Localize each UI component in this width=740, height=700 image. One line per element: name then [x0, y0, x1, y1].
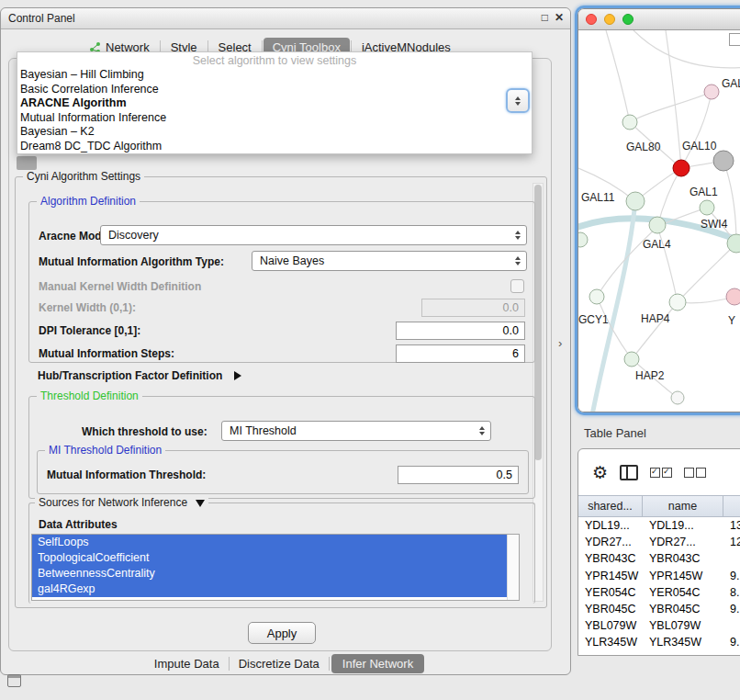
- node-pink[interactable]: [704, 85, 719, 99]
- table-row[interactable]: YBR043C YBR043C: [578, 550, 740, 567]
- node-label: GCY1: [578, 313, 609, 326]
- updown-arrows-icon: [479, 426, 485, 435]
- node-label: GAL11: [581, 191, 615, 204]
- node-gray[interactable]: [713, 151, 734, 171]
- group-title: Threshold Definition: [37, 390, 142, 402]
- close-icon[interactable]: ✕: [555, 11, 564, 24]
- combo-value: Discovery: [108, 229, 159, 242]
- node-label: GAL1: [690, 186, 718, 198]
- combo-focus-button[interactable]: [506, 88, 530, 113]
- table-row[interactable]: YPR145W YPR145W 9.: [578, 568, 740, 584]
- node-hap4[interactable]: [669, 294, 686, 310]
- column-header-partial[interactable]: [723, 496, 740, 516]
- column-header-shared-name[interactable]: shared...: [578, 496, 643, 516]
- tab-discretize-data[interactable]: Discretize Data: [231, 654, 327, 673]
- combo-value: Naive Bayes: [260, 254, 324, 267]
- popup-option[interactable]: Basic Correlation Inference: [17, 83, 532, 97]
- cell: YLR345W: [578, 636, 643, 649]
- node-label: GAL: [722, 77, 740, 90]
- aracne-mode-select[interactable]: Discovery: [100, 225, 527, 245]
- cell: 9.: [723, 570, 740, 582]
- minimize-traffic-light[interactable]: [604, 14, 615, 25]
- dpi-tolerance-field[interactable]: 0.0: [396, 322, 525, 340]
- close-traffic-light[interactable]: [586, 14, 597, 25]
- sources-title: Sources for Network Inference: [39, 496, 187, 509]
- cell: 13: [723, 519, 740, 532]
- kernel-width-field[interactable]: 0.0: [421, 299, 525, 317]
- popup-placeholder[interactable]: Select algorithm to view settings: [17, 54, 532, 68]
- minimized-window-icon[interactable]: [7, 674, 21, 687]
- network-graph[interactable]: GAL GAL80 GAL10 GAL11 GAL1 SWI4 GAL4 GCY…: [578, 30, 740, 412]
- node-gal11[interactable]: [626, 192, 645, 210]
- node-gal1[interactable]: [700, 200, 714, 215]
- table-row[interactable]: YDR27... YDR27... 12: [578, 534, 740, 550]
- list-item[interactable]: SelfLoops: [32, 535, 507, 550]
- popup-option[interactable]: Bayesian – K2: [17, 125, 532, 140]
- control-panel-titlebar[interactable]: Control Panel □ ✕: [1, 8, 570, 29]
- network-canvas[interactable]: GAL GAL80 GAL10 GAL11 GAL1 SWI4 GAL4 GCY…: [578, 30, 740, 412]
- cell: YLR345W: [643, 636, 723, 649]
- columns-icon[interactable]: [620, 465, 638, 480]
- table-row[interactable]: YER054C YER054C 8.: [578, 584, 740, 601]
- node-label: GAL4: [643, 238, 671, 251]
- table-row[interactable]: YIL052C YIL052C: [578, 651, 740, 657]
- mi-type-select[interactable]: Naive Bayes: [252, 251, 527, 271]
- mi-threshold-field[interactable]: 0.5: [398, 466, 519, 484]
- tab-infer-network[interactable]: Infer Network: [331, 654, 424, 673]
- cell: 9.: [723, 603, 740, 615]
- list-item[interactable]: TopologicalCoefficient: [32, 550, 507, 566]
- hub-definition-toggle[interactable]: Hub/Transcription Factor Definition: [38, 367, 241, 383]
- float-window-icon[interactable]: □: [542, 11, 548, 24]
- list-item[interactable]: gal4RGexp: [32, 581, 507, 597]
- data-attributes-label: Data Attributes: [39, 518, 118, 531]
- table-row[interactable]: YLR345W YLR345W 9.: [578, 634, 740, 650]
- node-gal10-red[interactable]: [673, 160, 690, 176]
- down-arrow-icon: [515, 102, 521, 106]
- data-attributes-list[interactable]: SelfLoops TopologicalCoefficient Between…: [31, 534, 520, 601]
- table-row[interactable]: YBL079W YBL079W: [578, 617, 740, 634]
- node-edge-left[interactable]: [578, 232, 588, 247]
- list-scrollbar[interactable]: [507, 535, 519, 600]
- apply-button[interactable]: Apply: [248, 622, 316, 644]
- node-bottom[interactable]: [671, 391, 684, 404]
- table-row[interactable]: YBR045C YBR045C 9.: [578, 601, 740, 617]
- sources-toggle[interactable]: Sources for Network Inference: [35, 496, 208, 509]
- node-pink-right[interactable]: [726, 288, 740, 305]
- popup-option[interactable]: Mutual Information Inference: [17, 111, 532, 126]
- scrollbar-thumb[interactable]: [534, 185, 542, 460]
- node-label: Y: [728, 314, 735, 327]
- mi-steps-field[interactable]: 6: [396, 344, 525, 363]
- node-gal80[interactable]: [622, 115, 637, 130]
- deselect-all-icon[interactable]: [684, 468, 706, 478]
- node-label: GAL10: [682, 140, 717, 152]
- network-window-titlebar[interactable]: [578, 9, 740, 30]
- node-gcy1[interactable]: [589, 289, 604, 304]
- popup-option-highlighted[interactable]: ARACNE Algorithm: [17, 96, 532, 111]
- popup-option[interactable]: Bayesian – Hill Climbing: [17, 68, 532, 83]
- popup-option[interactable]: Dream8 DC_TDC Algorithm: [17, 140, 532, 154]
- node-hap2[interactable]: [624, 352, 639, 367]
- zoom-traffic-light[interactable]: [622, 14, 633, 25]
- gear-icon[interactable]: ⚙: [592, 464, 608, 481]
- table-header-row: shared... name: [578, 495, 740, 517]
- panel-splitter-arrow[interactable]: ›: [558, 336, 562, 350]
- column-header-name[interactable]: name: [643, 496, 723, 516]
- mi-steps-label: Mutual Information Steps:: [39, 347, 174, 360]
- node-gal4[interactable]: [649, 217, 666, 233]
- cell: 12: [723, 536, 740, 548]
- table-row[interactable]: YDL19... YDL19... 13: [578, 517, 740, 534]
- manual-kernel-checkbox[interactable]: [510, 279, 524, 293]
- table-panel: ⚙ shared... name YDL19... YDL19... 13: [577, 448, 740, 656]
- tab-impute-data[interactable]: Impute Data: [147, 654, 227, 673]
- combo-value: MI Threshold: [230, 424, 297, 437]
- field-value: 0.0: [503, 324, 519, 337]
- mi-threshold-label: Mutual Information Threshold:: [47, 469, 206, 481]
- list-item[interactable]: BetweennessCentrality: [32, 566, 507, 581]
- expand-arrow-icon: [234, 371, 241, 380]
- group-title: MI Threshold Definition: [45, 444, 165, 457]
- which-threshold-label: Which threshold to use:: [82, 425, 207, 438]
- birdseye-toggle[interactable]: [729, 33, 740, 46]
- select-all-icon[interactable]: [650, 468, 672, 478]
- cell: YBL079W: [643, 619, 723, 632]
- which-threshold-select[interactable]: MI Threshold: [221, 421, 491, 441]
